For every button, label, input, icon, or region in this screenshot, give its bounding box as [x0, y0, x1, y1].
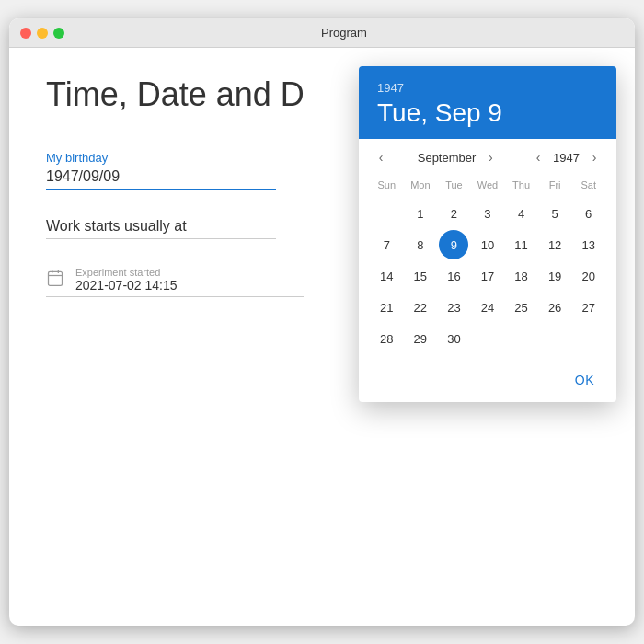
experiment-text: Experiment started 2021-07-02 14:15	[75, 267, 178, 293]
traffic-lights	[20, 28, 64, 39]
calendar-day-24[interactable]: 24	[473, 293, 502, 322]
calendar-day-empty	[540, 324, 569, 353]
calendar-day-18[interactable]: 18	[507, 261, 536, 291]
calendar-day-14[interactable]: 14	[372, 261, 401, 291]
prev-year-button[interactable]: ‹	[527, 146, 549, 168]
calendar-day-13[interactable]: 13	[574, 230, 604, 259]
dow-tue: Tue	[437, 176, 471, 194]
calendar-year: 1947	[377, 81, 598, 95]
calendar-footer: OK	[359, 362, 616, 402]
calendar-day-12[interactable]: 12	[540, 230, 569, 259]
calendar-day-21[interactable]: 21	[372, 293, 401, 322]
calendar-small-icon	[46, 269, 64, 292]
calendar-day-11[interactable]: 11	[507, 230, 536, 259]
calendar-day-22[interactable]: 22	[406, 293, 435, 322]
next-month-button[interactable]: ›	[479, 146, 501, 168]
experiment-value: 2021-07-02 14:15	[75, 278, 178, 293]
dow-mon: Mon	[404, 176, 438, 194]
main-content: Time, Date and D My birthday 1947/09/09 …	[9, 48, 635, 626]
prev-month-button[interactable]: ‹	[370, 146, 392, 168]
calendar-day-empty	[372, 199, 401, 228]
calendar-day-empty	[473, 324, 502, 353]
calendar-day-3[interactable]: 3	[473, 199, 502, 228]
calendar-day-29[interactable]: 29	[406, 324, 435, 353]
titlebar: Program	[9, 18, 635, 48]
calendar-day-17[interactable]: 17	[473, 261, 502, 291]
calendar-nav: ‹ September › ‹ 1947 ›	[359, 139, 616, 176]
birthday-value[interactable]: 1947/09/09	[46, 168, 276, 190]
app-window: Program Time, Date and D My birthday 194…	[9, 18, 635, 626]
calendar-day-30[interactable]: 30	[439, 324, 468, 353]
calendar-day-28[interactable]: 28	[372, 324, 401, 353]
days-of-week-row: Sun Mon Tue Wed Thu Fri Sat	[370, 176, 605, 194]
calendar-day-26[interactable]: 26	[540, 293, 569, 322]
calendar-day-19[interactable]: 19	[540, 261, 569, 291]
dow-wed: Wed	[471, 176, 505, 194]
calendar-day-23[interactable]: 23	[439, 293, 468, 322]
dow-sun: Sun	[370, 176, 404, 194]
window-title: Program	[64, 26, 624, 40]
calendar-day-25[interactable]: 25	[507, 293, 536, 322]
calendar-year-label: 1947	[553, 151, 580, 165]
calendar-day-16[interactable]: 16	[439, 261, 468, 291]
calendar-day-2[interactable]: 2	[439, 199, 468, 228]
experiment-label: Experiment started	[75, 267, 178, 278]
calendar-day-5[interactable]: 5	[540, 199, 569, 228]
next-year-button[interactable]: ›	[583, 146, 605, 168]
dow-thu: Thu	[504, 176, 538, 194]
calendar-day-6[interactable]: 6	[574, 199, 604, 228]
calendar-day-empty	[507, 324, 536, 353]
calendar-popup: 1947 Tue, Sep 9 ‹ September › ‹ 1947 › S…	[359, 66, 616, 402]
dow-sat: Sat	[571, 176, 605, 194]
experiment-field[interactable]: Experiment started 2021-07-02 14:15	[46, 267, 304, 297]
calendar-days-grid: 1234567891011121314151617181920212223242…	[370, 198, 605, 354]
calendar-date-display: Tue, Sep 9	[377, 98, 598, 128]
calendar-day-7[interactable]: 7	[372, 230, 401, 259]
minimize-button[interactable]	[37, 28, 48, 39]
calendar-day-27[interactable]: 27	[574, 293, 604, 322]
year-section: ‹ 1947 ›	[527, 146, 605, 168]
calendar-day-1[interactable]: 1	[406, 199, 435, 228]
calendar-day-9[interactable]: 9	[439, 230, 468, 259]
work-label[interactable]: Work starts usually at	[46, 218, 276, 239]
dow-fri: Fri	[538, 176, 572, 194]
calendar-day-15[interactable]: 15	[406, 261, 435, 291]
calendar-ok-button[interactable]: OK	[568, 369, 602, 391]
calendar-day-20[interactable]: 20	[574, 261, 604, 291]
month-year-section: September ›	[418, 146, 502, 168]
calendar-day-4[interactable]: 4	[507, 199, 536, 228]
calendar-day-10[interactable]: 10	[473, 230, 502, 259]
svg-rect-0	[49, 271, 63, 285]
calendar-day-empty	[574, 324, 604, 353]
calendar-grid: Sun Mon Tue Wed Thu Fri Sat 123456789101…	[359, 176, 616, 362]
close-button[interactable]	[20, 28, 31, 39]
maximize-button[interactable]	[53, 28, 64, 39]
calendar-header: 1947 Tue, Sep 9	[359, 66, 616, 139]
calendar-day-8[interactable]: 8	[406, 230, 435, 259]
calendar-month-label: September	[418, 151, 477, 165]
